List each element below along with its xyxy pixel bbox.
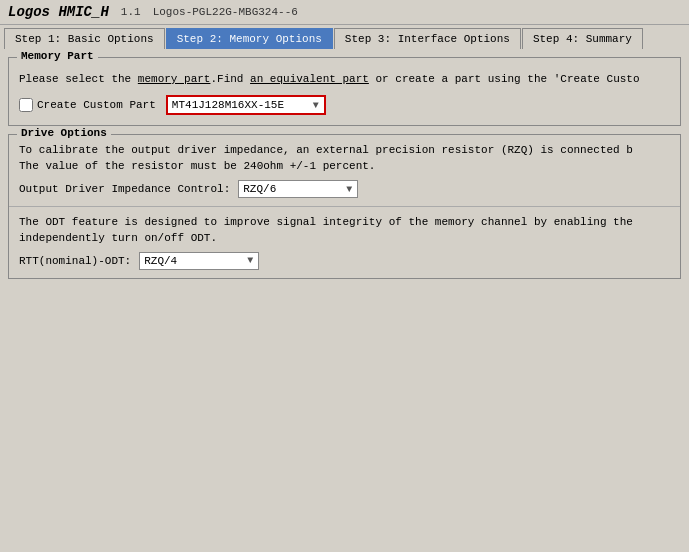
drive-options-section-label: Drive Options	[17, 127, 111, 139]
memory-part-description: Please select the memory part.Find an eq…	[19, 72, 670, 87]
app-title: Logos HMIC_H	[8, 4, 109, 20]
part-dropdown-arrow: ▼	[308, 98, 324, 113]
tab-memory-options[interactable]: Step 2: Memory Options	[166, 28, 333, 49]
tab-summary[interactable]: Step 4: Summary	[522, 28, 643, 49]
odt-control-label: RTT(nominal)-ODT:	[19, 255, 131, 267]
impedance-dropdown-arrow: ▼	[341, 182, 357, 197]
odt-description: The ODT feature is designed to improve s…	[19, 215, 670, 246]
odt-dropdown-box[interactable]: RZQ/4 RZQ/2 RZQ/6 Disabled ▼	[139, 252, 259, 270]
part-dropdown-box[interactable]: MT41J128M16XX-15E MT41J256M16HA-125 MT41…	[166, 95, 326, 115]
tab-interface-options[interactable]: Step 3: Interface Options	[334, 28, 521, 49]
device-label: Logos-PGL22G-MBG324--6	[153, 6, 298, 18]
create-custom-checkbox[interactable]	[19, 98, 33, 112]
impedance-dropdown-box[interactable]: RZQ/6 RZQ/7 RZQ/4 ▼	[238, 180, 358, 198]
odt-subsection: The ODT feature is designed to improve s…	[9, 207, 680, 278]
impedance-control-label: Output Driver Impedance Control:	[19, 183, 230, 195]
memory-part-section: Memory Part Please select the memory par…	[8, 57, 681, 126]
version-label: 1.1	[121, 6, 141, 18]
tab-bar: Step 1: Basic Options Step 2: Memory Opt…	[0, 25, 689, 49]
drive-options-section: Drive Options To calibrate the output dr…	[8, 134, 681, 279]
impedance-subsection: To calibrate the output driver impedance…	[9, 135, 680, 207]
create-custom-checkbox-label[interactable]: Create Custom Part	[19, 98, 156, 112]
memory-part-section-label: Memory Part	[17, 50, 98, 62]
main-content: Memory Part Please select the memory par…	[0, 49, 689, 539]
impedance-dropdown[interactable]: RZQ/6 RZQ/7 RZQ/4	[239, 181, 341, 197]
tab-basic-options[interactable]: Step 1: Basic Options	[4, 28, 165, 49]
part-dropdown[interactable]: MT41J128M16XX-15E MT41J256M16HA-125 MT41…	[168, 97, 308, 113]
impedance-description: To calibrate the output driver impedance…	[19, 143, 670, 174]
create-custom-label-text: Create Custom Part	[37, 99, 156, 111]
odt-dropdown-arrow: ▼	[242, 253, 258, 268]
title-bar: Logos HMIC_H 1.1 Logos-PGL22G-MBG324--6	[0, 0, 689, 25]
odt-dropdown[interactable]: RZQ/4 RZQ/2 RZQ/6 Disabled	[140, 253, 242, 269]
